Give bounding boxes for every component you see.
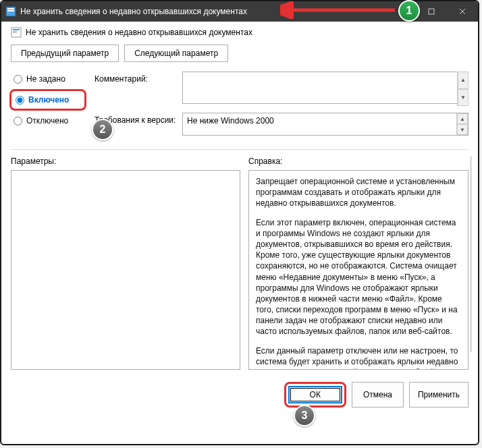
policy-window: Не хранить сведения о недавно открывавши… — [0, 0, 479, 445]
comment-spinner[interactable]: ▲ ▼ — [457, 72, 468, 106]
help-p1: Запрещает операционной системе и установ… — [256, 176, 461, 209]
cancel-button[interactable]: Отмена — [352, 382, 404, 408]
spinner-up[interactable]: ▲ — [458, 72, 468, 89]
footer: ОК Отмена Применить — [1, 375, 478, 414]
ok-button[interactable]: ОК — [288, 386, 342, 403]
callout-3: 3 — [294, 405, 315, 426]
apply-button[interactable]: Применить — [409, 382, 468, 408]
window-title: Не хранить сведения о недавно открывавши… — [20, 7, 247, 16]
radio-disabled-input[interactable] — [14, 117, 22, 125]
callout-1: 1 — [398, 0, 420, 22]
callout-2: 2 — [92, 119, 113, 140]
svg-rect-4 — [429, 9, 434, 14]
version-box: Не ниже Windows 2000 ▲ ▼ — [182, 113, 468, 136]
policy-title: Не хранить сведения о недавно открывавши… — [26, 28, 252, 37]
arrow-1 — [280, 1, 402, 19]
radio-enabled-input[interactable] — [16, 96, 24, 105]
highlight-ok: ОК — [284, 382, 346, 408]
spinner-down[interactable]: ▼ — [458, 89, 468, 107]
next-setting-button[interactable]: Следующий параметр — [124, 45, 228, 62]
highlight-enabled: Включено — [9, 89, 86, 111]
policy-icon — [11, 27, 22, 38]
comment-textarea[interactable] — [182, 72, 468, 104]
svg-rect-10 — [13, 32, 17, 33]
previous-setting-button[interactable]: Предыдущий параметр — [11, 45, 119, 62]
radio-enabled-label: Включено — [28, 95, 69, 105]
radio-disabled[interactable]: Отключено — [11, 115, 86, 127]
radio-enabled[interactable]: Включено — [13, 94, 83, 106]
comment-label: Комментарий: — [95, 72, 182, 106]
divider — [11, 149, 468, 150]
help-p3: Если данный параметр отключен или не нас… — [256, 345, 461, 370]
svg-rect-2 — [7, 10, 14, 11]
svg-rect-9 — [13, 31, 17, 32]
version-spinner[interactable]: ▲ ▼ — [456, 113, 468, 135]
params-label: Параметры: — [11, 157, 240, 166]
radio-not-configured-input[interactable] — [14, 75, 22, 84]
svg-rect-8 — [13, 29, 20, 30]
version-value: Не ниже Windows 2000 — [187, 116, 274, 125]
help-p2: Если этот параметр включен, операционная… — [256, 217, 461, 337]
radio-disabled-label: Отключено — [26, 116, 68, 125]
app-icon — [5, 6, 16, 17]
spinner-up[interactable]: ▲ — [457, 113, 468, 124]
spinner-down[interactable]: ▼ — [457, 124, 468, 135]
radio-not-configured[interactable]: Не задано — [11, 73, 86, 85]
help-label: Справка: — [248, 157, 468, 166]
params-box — [11, 170, 240, 370]
radio-not-configured-label: Не задано — [26, 74, 65, 84]
maximize-button[interactable] — [416, 1, 447, 22]
help-box[interactable]: Запрещает операционной системе и установ… — [248, 170, 468, 370]
scrollbar[interactable] — [470, 157, 472, 352]
svg-rect-1 — [7, 8, 14, 9]
close-button[interactable] — [447, 1, 478, 22]
policy-header: Не хранить сведения о недавно открывавши… — [11, 27, 468, 38]
